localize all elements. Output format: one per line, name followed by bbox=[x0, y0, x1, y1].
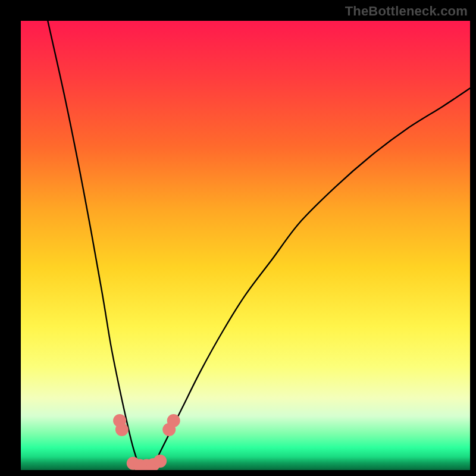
chart-frame: TheBottleneck.com bbox=[0, 0, 476, 476]
curve-marker bbox=[167, 414, 180, 427]
curve-marker bbox=[154, 455, 167, 468]
curve-markers bbox=[113, 414, 180, 470]
plot-area bbox=[21, 21, 470, 470]
bottleneck-curve bbox=[48, 21, 470, 466]
watermark-text: TheBottleneck.com bbox=[345, 4, 468, 19]
curve-marker bbox=[115, 423, 129, 436]
curve-layer bbox=[21, 21, 470, 470]
